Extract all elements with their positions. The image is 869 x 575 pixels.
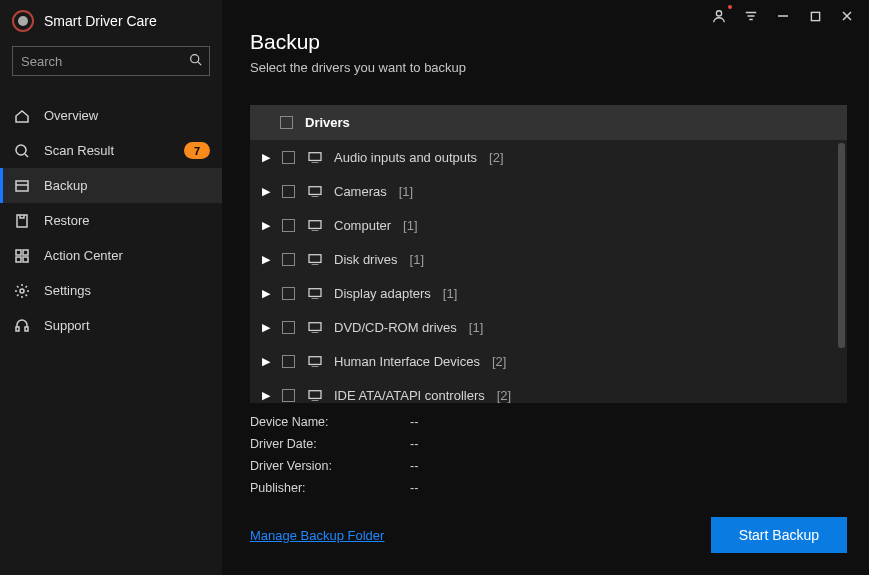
- svg-rect-10: [25, 327, 28, 331]
- svg-rect-2: [16, 181, 28, 191]
- driver-checkbox[interactable]: [282, 151, 295, 164]
- driver-checkbox[interactable]: [282, 253, 295, 266]
- sidebar-item-label: Action Center: [44, 248, 123, 263]
- app-logo-icon: [12, 10, 34, 32]
- driver-details: Device Name: -- Driver Date: -- Driver V…: [250, 415, 847, 495]
- select-all-checkbox[interactable]: [280, 116, 293, 129]
- driver-row[interactable]: ▶Computer [1]: [250, 208, 847, 242]
- driver-count: [2]: [489, 150, 503, 165]
- driver-checkbox[interactable]: [282, 389, 295, 402]
- backup-icon: [14, 178, 30, 194]
- driver-name: Display adapters: [334, 286, 431, 301]
- expand-arrow-icon[interactable]: ▶: [262, 219, 270, 232]
- sidebar-item-label: Support: [44, 318, 90, 333]
- expand-arrow-icon[interactable]: ▶: [262, 321, 270, 334]
- sidebar-item-restore[interactable]: Restore: [0, 203, 222, 238]
- sidebar-item-label: Restore: [44, 213, 90, 228]
- user-icon[interactable]: [705, 6, 733, 26]
- svg-rect-9: [16, 327, 19, 331]
- sidebar-item-settings[interactable]: Settings: [0, 273, 222, 308]
- maximize-button[interactable]: [801, 6, 829, 26]
- device-category-icon: [307, 389, 322, 401]
- svg-rect-6: [16, 257, 21, 262]
- search-icon[interactable]: [189, 52, 202, 70]
- driver-checkbox[interactable]: [282, 287, 295, 300]
- home-icon: [14, 108, 30, 124]
- driver-name: Audio inputs and outputs: [334, 150, 477, 165]
- driver-name: Computer: [334, 218, 391, 233]
- expand-arrow-icon[interactable]: ▶: [262, 389, 270, 402]
- driver-row[interactable]: ▶IDE ATA/ATAPI controllers [2]: [250, 378, 847, 403]
- svg-point-11: [716, 11, 721, 16]
- expand-arrow-icon[interactable]: ▶: [262, 355, 270, 368]
- svg-rect-20: [309, 391, 321, 399]
- device-category-icon: [307, 355, 322, 367]
- sidebar-item-label: Backup: [44, 178, 87, 193]
- sidebar-item-label: Overview: [44, 108, 98, 123]
- expand-arrow-icon[interactable]: ▶: [262, 151, 270, 164]
- driver-row[interactable]: ▶Cameras [1]: [250, 174, 847, 208]
- detail-value-publisher: --: [410, 481, 847, 495]
- sidebar-item-support[interactable]: Support: [0, 308, 222, 343]
- menu-icon[interactable]: [737, 6, 765, 26]
- drivers-list: ▶Audio inputs and outputs [2]▶Cameras [1…: [250, 140, 847, 403]
- driver-row[interactable]: ▶Display adapters [1]: [250, 276, 847, 310]
- search-box[interactable]: [12, 46, 210, 76]
- detail-label-driver-date: Driver Date:: [250, 437, 410, 451]
- svg-rect-15: [309, 221, 321, 229]
- driver-row[interactable]: ▶Disk drives [1]: [250, 242, 847, 276]
- detail-label-publisher: Publisher:: [250, 481, 410, 495]
- sidebar: Smart Driver Care Overview Scan Result 7…: [0, 0, 222, 575]
- driver-count: [1]: [399, 184, 413, 199]
- device-category-icon: [307, 185, 322, 197]
- svg-rect-17: [309, 289, 321, 297]
- search-input[interactable]: [21, 54, 189, 69]
- driver-checkbox[interactable]: [282, 355, 295, 368]
- minimize-button[interactable]: [769, 6, 797, 26]
- device-category-icon: [307, 151, 322, 163]
- device-category-icon: [307, 321, 322, 333]
- driver-count: [2]: [492, 354, 506, 369]
- detail-value-device-name: --: [410, 415, 847, 429]
- device-category-icon: [307, 253, 322, 265]
- svg-rect-16: [309, 255, 321, 263]
- driver-count: [2]: [497, 388, 511, 403]
- scrollbar-thumb[interactable]: [838, 143, 845, 348]
- gear-icon: [14, 283, 30, 299]
- svg-point-1: [16, 145, 26, 155]
- drivers-header-label: Drivers: [305, 115, 350, 130]
- detail-value-driver-version: --: [410, 459, 847, 473]
- svg-rect-3: [17, 215, 27, 227]
- headset-icon: [14, 318, 30, 334]
- app-logo-row: Smart Driver Care: [0, 0, 222, 46]
- svg-rect-5: [23, 250, 28, 255]
- svg-rect-19: [309, 357, 321, 365]
- drivers-panel: Drivers ▶Audio inputs and outputs [2]▶Ca…: [250, 105, 847, 403]
- svg-rect-13: [309, 153, 321, 161]
- app-title: Smart Driver Care: [44, 13, 157, 29]
- svg-rect-14: [309, 187, 321, 195]
- sidebar-item-overview[interactable]: Overview: [0, 98, 222, 133]
- badge-count: 7: [184, 142, 210, 159]
- drivers-header: Drivers: [250, 105, 847, 140]
- close-button[interactable]: [833, 6, 861, 26]
- sidebar-item-backup[interactable]: Backup: [0, 168, 222, 203]
- expand-arrow-icon[interactable]: ▶: [262, 185, 270, 198]
- driver-row[interactable]: ▶Audio inputs and outputs [2]: [250, 140, 847, 174]
- driver-row[interactable]: ▶Human Interface Devices [2]: [250, 344, 847, 378]
- expand-arrow-icon[interactable]: ▶: [262, 253, 270, 266]
- driver-checkbox[interactable]: [282, 321, 295, 334]
- driver-row[interactable]: ▶DVD/CD-ROM drives [1]: [250, 310, 847, 344]
- start-backup-button[interactable]: Start Backup: [711, 517, 847, 553]
- sidebar-item-scan-result[interactable]: Scan Result 7: [0, 133, 222, 168]
- driver-checkbox[interactable]: [282, 219, 295, 232]
- driver-name: Human Interface Devices: [334, 354, 480, 369]
- sidebar-item-action-center[interactable]: Action Center: [0, 238, 222, 273]
- bottom-bar: Manage Backup Folder Start Backup: [250, 517, 847, 553]
- manage-backup-folder-link[interactable]: Manage Backup Folder: [250, 528, 384, 543]
- page-title: Backup: [250, 30, 841, 54]
- sidebar-nav: Overview Scan Result 7 Backup Restore Ac…: [0, 98, 222, 343]
- driver-checkbox[interactable]: [282, 185, 295, 198]
- expand-arrow-icon[interactable]: ▶: [262, 287, 270, 300]
- page-subtitle: Select the drivers you want to backup: [250, 60, 841, 75]
